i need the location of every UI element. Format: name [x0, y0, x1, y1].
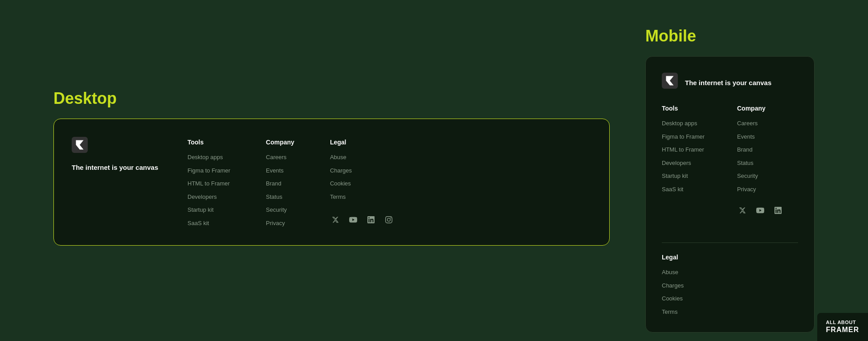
desktop-tools-link-2[interactable]: HTML to Framer [187, 179, 230, 188]
mobile-legal-link-0[interactable]: Abuse [662, 268, 798, 277]
mobile-legal-link-1[interactable]: Charges [662, 281, 798, 290]
mobile-tools-link-4[interactable]: Startup kit [662, 172, 723, 181]
mobile-company-link-1[interactable]: Events [737, 132, 798, 141]
mobile-company-title: Company [737, 105, 798, 112]
mobile-linkedin-icon[interactable] [773, 205, 783, 216]
desktop-section: Desktop The internet is your canvas Tool… [53, 27, 610, 333]
mobile-company-link-3[interactable]: Status [737, 159, 798, 168]
desktop-tools-link-0[interactable]: Desktop apps [187, 153, 230, 162]
desktop-tagline: The internet is your canvas [72, 164, 161, 171]
instagram-icon[interactable] [383, 214, 394, 225]
desktop-tools-column: Tools Desktop apps Figma to Framer HTML … [187, 139, 230, 227]
mobile-section: Mobile The internet is your canvas Tools… [645, 27, 815, 333]
desktop-card-nav: Tools Desktop apps Figma to Framer HTML … [187, 137, 591, 227]
mobile-tagline: The internet is your canvas [685, 79, 771, 86]
mobile-divider [662, 242, 798, 243]
mobile-legal-link-2[interactable]: Cookies [662, 294, 798, 303]
desktop-company-link-4[interactable]: Security [266, 205, 294, 214]
mobile-social-icons [737, 205, 798, 216]
desktop-legal-link-1[interactable]: Charges [330, 166, 394, 175]
mobile-x-icon[interactable] [737, 205, 748, 216]
linkedin-icon[interactable] [366, 214, 376, 225]
mobile-tools-link-5[interactable]: SaaS kit [662, 185, 723, 194]
mobile-company-link-0[interactable]: Careers [737, 119, 798, 128]
mobile-legal-link-3[interactable]: Terms [662, 308, 798, 316]
mobile-tools-title: Tools [662, 105, 723, 112]
desktop-legal-link-3[interactable]: Terms [330, 193, 394, 201]
desktop-title: Desktop [53, 89, 610, 108]
all-about-framer-badge: ALL ABOUT FRAMER [817, 313, 868, 341]
mobile-company-link-2[interactable]: Brand [737, 145, 798, 154]
mobile-tools-link-1[interactable]: Figma to Framer [662, 132, 723, 141]
desktop-social-icons [330, 214, 394, 225]
desktop-legal-column: Legal Abuse Charges Cookies Terms [330, 139, 394, 227]
page-container: Desktop The internet is your canvas Tool… [0, 0, 868, 341]
desktop-company-link-0[interactable]: Careers [266, 153, 294, 162]
desktop-legal-link-2[interactable]: Cookies [330, 179, 394, 188]
desktop-company-link-2[interactable]: Brand [266, 179, 294, 188]
desktop-card: The internet is your canvas Tools Deskto… [53, 119, 610, 246]
badge-line1: ALL ABOUT [826, 319, 859, 325]
mobile-legal-section: Legal Abuse Charges Cookies Terms [662, 254, 798, 316]
youtube-icon[interactable] [348, 214, 359, 225]
mobile-company-link-4[interactable]: Security [737, 172, 798, 181]
desktop-tools-link-3[interactable]: Developers [187, 193, 230, 201]
mobile-company-column: Company Careers Events Brand Status Secu… [737, 105, 798, 216]
mobile-legal-title: Legal [662, 254, 798, 261]
badge-line2: FRAMER [826, 325, 859, 335]
desktop-legal-title: Legal [330, 139, 394, 146]
desktop-legal-link-0[interactable]: Abuse [330, 153, 394, 162]
desktop-company-title: Company [266, 139, 294, 146]
x-icon[interactable] [330, 214, 341, 225]
mobile-card-header: The internet is your canvas [662, 73, 798, 89]
desktop-company-link-3[interactable]: Status [266, 193, 294, 201]
desktop-tools-link-5[interactable]: SaaS kit [187, 219, 230, 228]
framer-logo-icon [72, 137, 88, 153]
desktop-company-link-1[interactable]: Events [266, 166, 294, 175]
mobile-nav-grid: Tools Desktop apps Figma to Framer HTML … [662, 105, 798, 216]
mobile-title: Mobile [645, 27, 815, 45]
desktop-company-link-5[interactable]: Privacy [266, 219, 294, 228]
mobile-company-link-5[interactable]: Privacy [737, 185, 798, 194]
mobile-youtube-icon[interactable] [755, 205, 766, 216]
desktop-company-column: Company Careers Events Brand Status Secu… [266, 139, 294, 227]
desktop-tools-link-1[interactable]: Figma to Framer [187, 166, 230, 175]
mobile-tools-link-3[interactable]: Developers [662, 159, 723, 168]
mobile-tools-column: Tools Desktop apps Figma to Framer HTML … [662, 105, 723, 216]
desktop-tools-title: Tools [187, 139, 230, 146]
desktop-tools-link-4[interactable]: Startup kit [187, 205, 230, 214]
mobile-tools-link-2[interactable]: HTML to Framer [662, 145, 723, 154]
mobile-card: The internet is your canvas Tools Deskto… [645, 56, 815, 333]
mobile-framer-logo-icon [662, 73, 678, 89]
mobile-tools-link-0[interactable]: Desktop apps [662, 119, 723, 128]
desktop-card-left: The internet is your canvas [72, 137, 161, 227]
